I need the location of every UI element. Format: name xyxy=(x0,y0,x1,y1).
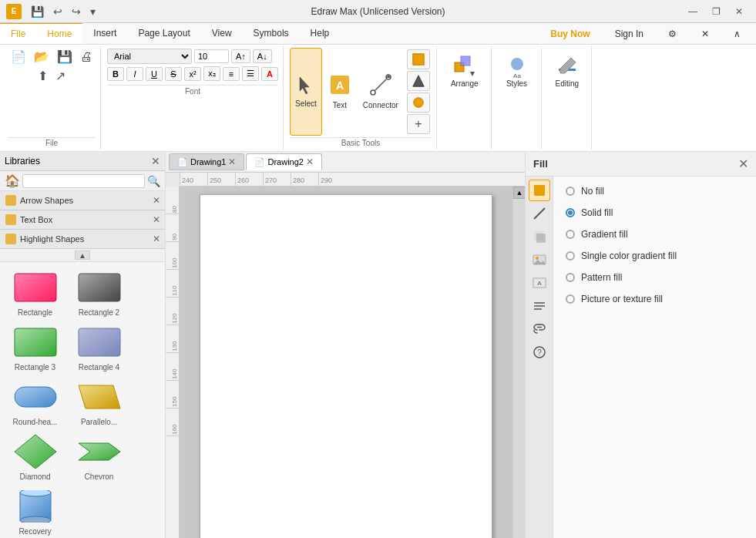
select-tool-button[interactable]: Select xyxy=(290,48,322,136)
sign-in-button[interactable]: Sign In xyxy=(604,24,654,44)
shape-item-rectangle2[interactable]: Rectangle 2 xyxy=(70,268,128,317)
italic-button[interactable]: I xyxy=(126,67,143,81)
font-color-button[interactable]: A xyxy=(261,67,278,81)
collapse-button[interactable]: ∧ xyxy=(723,24,751,44)
fill-option-picture[interactable]: Picture or texture fill xyxy=(561,291,748,308)
tab-drawing2[interactable]: 📄 Drawing2 ✕ xyxy=(246,153,321,170)
shape-item-parallelogram[interactable]: Parallelo... xyxy=(70,378,128,426)
tab-symbols[interactable]: Symbols xyxy=(243,23,300,44)
font-decrease-button[interactable]: A↓ xyxy=(253,49,272,63)
fill-type-button-image[interactable] xyxy=(529,249,550,271)
fill-option-single-color[interactable]: Single color gradient fill xyxy=(561,247,748,264)
more-button[interactable]: ▾ xyxy=(87,4,99,19)
connector-tool-button[interactable]: Connector xyxy=(358,48,404,136)
sidebar-close-button[interactable]: ✕ xyxy=(151,155,160,167)
tab-close-2[interactable]: ✕ xyxy=(306,156,314,167)
close-button[interactable]: ✕ xyxy=(728,4,750,19)
svg-rect-16 xyxy=(5,214,16,225)
shape-item-rectangle3[interactable]: Rectangle 3 xyxy=(6,323,64,372)
fill-type-button-link[interactable] xyxy=(529,318,550,340)
fill-panel-close-button[interactable]: ✕ xyxy=(738,156,748,171)
tab-home[interactable]: Home xyxy=(36,22,82,44)
fill-option-solid-fill[interactable]: Solid fill xyxy=(561,204,748,221)
maximize-button[interactable]: ❐ xyxy=(705,4,727,19)
editing-button[interactable]: Editing xyxy=(548,48,587,94)
shape-item-roundhex[interactable]: Round-hea... xyxy=(6,378,64,426)
fill-type-button-fill[interactable] xyxy=(529,180,550,201)
scrollbar-vertical[interactable]: ▲ ▼ xyxy=(512,187,525,538)
fill-option-gradient-fill[interactable]: Gradient fill xyxy=(561,226,748,243)
svg-rect-32 xyxy=(536,234,546,243)
canvas-scroll-area: 240 250 260 270 280 290 80 90 100 110 12… xyxy=(166,173,525,538)
close-ribbon-button[interactable]: ✕ xyxy=(690,24,720,44)
new-file-button[interactable]: 📄 xyxy=(8,48,29,66)
tab-insert[interactable]: Insert xyxy=(82,23,127,44)
shape-item-cylinder[interactable]: Recovery xyxy=(6,487,64,536)
shape-preview-cylinder xyxy=(8,487,62,526)
fill-option-pattern[interactable]: Pattern fill xyxy=(561,269,748,286)
font-family-select[interactable]: Arial xyxy=(107,49,192,64)
undo-button[interactable]: ↩ xyxy=(50,4,66,19)
font-increase-button[interactable]: A↑ xyxy=(231,49,250,63)
scrollbar-up-button[interactable]: ▲ xyxy=(513,187,525,199)
tab-help[interactable]: Help xyxy=(300,23,341,44)
arrow-shapes-close[interactable]: ✕ xyxy=(153,195,160,206)
buy-now-button[interactable]: Buy Now xyxy=(539,24,600,44)
shape-tool-button[interactable] xyxy=(407,49,430,69)
svg-rect-20 xyxy=(15,328,56,356)
highlight-shapes-close[interactable]: ✕ xyxy=(153,234,160,244)
shape-item-diamond[interactable]: Diamond xyxy=(6,432,64,481)
minimize-button[interactable]: — xyxy=(682,4,704,19)
canvas-workspace[interactable] xyxy=(180,187,512,538)
shape-item-chevron[interactable]: Chevron xyxy=(70,432,128,481)
align-button[interactable]: ≡ xyxy=(223,67,240,81)
fill-type-button-format[interactable] xyxy=(529,295,550,317)
save-button[interactable]: 💾 xyxy=(28,4,47,19)
sidebar-item-arrow-shapes[interactable]: Arrow Shapes ✕ xyxy=(0,191,165,210)
underline-button[interactable]: U xyxy=(146,67,163,81)
tab-drawing1[interactable]: 📄 Drawing1 ✕ xyxy=(169,153,244,170)
fill-type-button-shadow[interactable] xyxy=(529,226,550,247)
save-file-button[interactable]: 💾 xyxy=(54,48,76,66)
tab-page-layout[interactable]: Page Layout xyxy=(127,23,200,44)
tab-file[interactable]: File xyxy=(0,22,36,44)
ruler-mark-240: 240 xyxy=(180,173,207,186)
print-button[interactable]: 🖨 xyxy=(77,48,96,66)
sidebar-item-text-box[interactable]: Text Box ✕ xyxy=(0,210,165,230)
font-size-input[interactable] xyxy=(194,49,229,63)
shape-item-rectangle4[interactable]: Rectangle 4 xyxy=(70,323,128,372)
tab-close-1[interactable]: ✕ xyxy=(228,156,236,167)
settings-button[interactable]: ⚙ xyxy=(657,24,687,44)
sidebar-search-bar: 🏠 🔍 xyxy=(0,171,165,191)
fill-type-button-help[interactable]: ? xyxy=(529,341,550,363)
shape-item-rectangle1[interactable]: Rectangle xyxy=(6,268,64,317)
superscript-button[interactable]: x² xyxy=(184,67,201,81)
share-button[interactable]: ↗ xyxy=(52,67,69,85)
sidebar-item-highlight-shapes[interactable]: Highlight Shapes ✕ xyxy=(0,230,165,249)
sidebar-home-button[interactable]: 🏠 xyxy=(5,173,20,188)
tab-label-2: Drawing2 xyxy=(267,157,303,166)
styles-button[interactable]: Aa Styles xyxy=(498,48,536,94)
open-file-button[interactable]: 📂 xyxy=(31,48,52,66)
list-button[interactable]: ☰ xyxy=(242,66,259,81)
redo-button[interactable]: ↪ xyxy=(69,4,84,19)
bold-button[interactable]: B xyxy=(107,67,124,81)
sidebar-search-input[interactable] xyxy=(22,174,145,188)
shapes-grid: Rectangle xyxy=(0,262,165,538)
fill-option-no-fill[interactable]: No fill xyxy=(561,183,748,200)
plus-tool-button[interactable]: + xyxy=(407,114,430,134)
circle-tool-button[interactable] xyxy=(407,92,430,113)
sidebar-search-icon[interactable]: 🔍 xyxy=(147,175,160,187)
arrange-button[interactable]: Arrange xyxy=(443,48,486,94)
shapes-scroll-up[interactable]: ▲ xyxy=(75,251,90,260)
strikethrough-button[interactable]: S xyxy=(165,67,182,81)
text-box-close[interactable]: ✕ xyxy=(153,214,160,225)
fill-type-button-text[interactable]: A xyxy=(529,272,550,294)
text-tool-button[interactable]: A Text xyxy=(324,48,356,136)
fill-type-button-line[interactable] xyxy=(529,203,550,224)
export-button[interactable]: ⬆ xyxy=(35,67,51,85)
extra-tool-button[interactable] xyxy=(407,71,430,91)
shape-preview-rectangle4 xyxy=(72,323,126,361)
tab-view[interactable]: View xyxy=(201,23,243,44)
subscript-button[interactable]: x₂ xyxy=(203,66,220,81)
